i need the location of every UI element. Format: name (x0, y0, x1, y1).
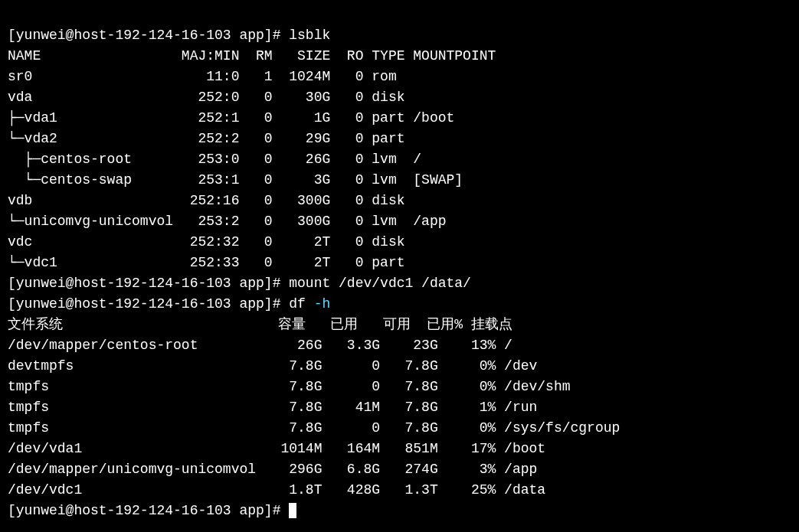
df-option: -h (314, 296, 331, 312)
df-row: /dev/vda1 1014M 164M 851M 17% /boot (8, 441, 545, 456)
prompt-line[interactable]: [yunwei@host-192-124-16-103 app]# lsblk (8, 28, 330, 43)
df-row: /dev/vdc1 1.8T 428G 1.3T 25% /data (8, 482, 545, 498)
lsblk-row: └─vda2 252:2 0 29G 0 part (8, 131, 413, 146)
lsblk-row: vdc 252:32 0 2T 0 disk (8, 234, 413, 250)
lsblk-header: NAME MAJ:MIN RM SIZE RO TYPE MOUNTPOINT (8, 48, 496, 64)
lsblk-row: vdb 252:16 0 300G 0 disk (8, 193, 413, 208)
df-row: /dev/mapper/unicomvg-unicomvol 296G 6.8G… (8, 462, 537, 477)
lsblk-row: └─unicomvg-unicomvol 253:2 0 300G 0 lvm … (8, 214, 447, 229)
lsblk-row: └─vdc1 252:33 0 2T 0 part (8, 255, 413, 270)
df-row: /dev/mapper/centos-root 26G 3.3G 23G 13%… (8, 338, 512, 353)
lsblk-row: vda 252:0 0 30G 0 disk (8, 90, 413, 105)
df-header: 文件系统 容量 已用 可用 已用% 挂载点 (8, 317, 512, 332)
lsblk-row: └─centos-swap 253:1 0 3G 0 lvm [SWAP] (8, 172, 463, 188)
df-row: tmpfs 7.8G 0 7.8G 0% /dev/shm (8, 379, 571, 394)
cursor-icon (289, 503, 296, 518)
prompt-line[interactable]: [yunwei@host-192-124-16-103 app]# df -h (8, 296, 330, 312)
df-row: devtmpfs 7.8G 0 7.8G 0% /dev (8, 358, 537, 374)
prompt-line[interactable]: [yunwei@host-192-124-16-103 app]# mount … (8, 276, 471, 291)
terminal-output: [yunwei@host-192-124-16-103 app]# lsblk … (8, 25, 791, 521)
df-row: tmpfs 7.8G 0 7.8G 0% /sys/fs/cgroup (8, 420, 620, 436)
lsblk-row: sr0 11:0 1 1024M 0 rom (8, 69, 413, 84)
df-row: tmpfs 7.8G 41M 7.8G 1% /run (8, 400, 537, 415)
prompt-line[interactable]: [yunwei@host-192-124-16-103 app]# (8, 503, 296, 518)
lsblk-row: ├─vda1 252:1 0 1G 0 part /boot (8, 110, 454, 126)
lsblk-row: ├─centos-root 253:0 0 26G 0 lvm / (8, 152, 421, 167)
